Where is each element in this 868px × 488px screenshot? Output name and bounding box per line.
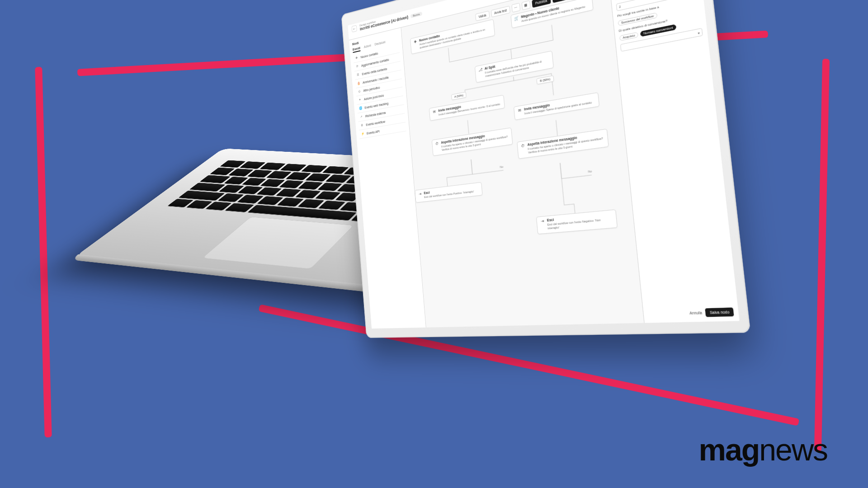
timer-icon: ⏱ xyxy=(435,141,439,146)
sidebar-item-label: Richiesta esterna xyxy=(365,111,386,117)
sidebar-item-icon: 🌐 xyxy=(359,106,363,110)
salva-nodo-button[interactable]: Salva nodo xyxy=(705,308,734,317)
sidebar-item-label: Nuovo contatto xyxy=(360,52,378,59)
sidebar-item-icon: ✚ xyxy=(355,56,359,60)
back-button[interactable]: ← xyxy=(352,25,357,33)
sidebar-item-label: Altro periodico xyxy=(363,86,380,92)
split-icon: ⎇ xyxy=(478,67,483,73)
sidebar-item-icon: ⟳ xyxy=(355,64,359,69)
timer-icon: ⏱ xyxy=(520,143,525,149)
mail-icon: ✉ xyxy=(517,108,522,113)
sidebar-item-icon: ⚙ xyxy=(360,123,364,127)
sidebar-item-icon: ⚡ xyxy=(361,132,365,136)
edge-layer xyxy=(401,0,644,328)
sidebar-item-label: Evento API xyxy=(367,129,380,135)
laptop-screen: ← Design workflow Iscritti eCommerce (AI… xyxy=(348,0,739,328)
cart-icon: 🛒 xyxy=(514,16,519,21)
sidebar-item-icon: 🎂 xyxy=(357,81,361,86)
sidebar-item-label: Azione post-invio xyxy=(364,94,384,101)
tab-eventi[interactable]: Eventi xyxy=(353,46,361,53)
key xyxy=(179,191,225,200)
sidebar-item-label: Evento workflow xyxy=(366,120,385,126)
tab-decisioni[interactable]: Decisioni xyxy=(374,40,386,48)
exit-icon: ⇥ xyxy=(540,219,545,224)
plus-icon: ✚ xyxy=(413,39,418,44)
sidebar-item-icon: ↗ xyxy=(359,115,363,119)
exit-icon: ⇥ xyxy=(418,192,422,196)
laptop-lid: ← Design workflow Iscritti eCommerce (AI… xyxy=(341,0,751,338)
chip-acquisto[interactable]: Acquisto xyxy=(619,32,638,41)
sidebar-item-icon: ☰ xyxy=(356,73,360,77)
scribble-frame-left xyxy=(35,67,52,437)
app-window: ← Design workflow Iscritti eCommerce (AI… xyxy=(348,0,739,328)
tab-azioni[interactable]: Azioni xyxy=(364,44,371,51)
sidebar-item-icon: ⏲ xyxy=(357,89,361,94)
laptop-touchpad xyxy=(202,217,354,269)
annulla-button[interactable]: Annulla xyxy=(689,311,703,315)
mail-icon: ✉ xyxy=(432,109,437,114)
laptop-mockup: ← Design workflow Iscritti eCommerce (AI… xyxy=(136,0,741,488)
sidebar-item-icon: ✦ xyxy=(358,98,362,102)
scribble-frame-right xyxy=(814,59,830,452)
workflow-canvas[interactable]: Valida Avvia test ⋯ ▦ Pubblica Salva ↺ V… xyxy=(401,0,644,328)
brand-logo: magnews xyxy=(698,432,827,467)
